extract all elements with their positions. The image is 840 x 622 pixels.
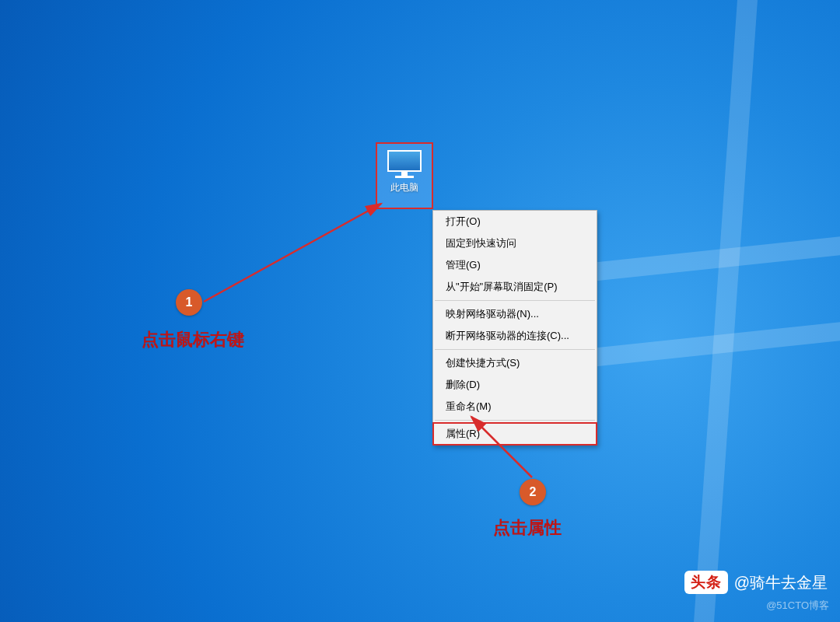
- svg-line-0: [204, 204, 381, 302]
- menu-item-open[interactable]: 打开(O): [433, 211, 597, 232]
- annotation-arrows: [0, 0, 840, 622]
- menu-separator: [435, 349, 595, 350]
- windows-logo-background: [560, 0, 840, 622]
- annotation-badge-2: 2: [520, 479, 546, 505]
- cto-watermark: @51CTO博客: [766, 599, 829, 613]
- annotation-text-2: 点击属性: [493, 516, 562, 540]
- this-pc-label: 此电脑: [377, 181, 432, 194]
- menu-separator: [435, 300, 595, 301]
- menu-item-unpin-start[interactable]: 从"开始"屏幕取消固定(P): [433, 276, 597, 298]
- this-pc-icon[interactable]: 此电脑: [376, 143, 432, 208]
- toutiao-author: @骑牛去金星: [734, 572, 828, 593]
- menu-item-manage[interactable]: 管理(G): [433, 254, 597, 276]
- menu-item-delete[interactable]: 删除(D): [433, 374, 597, 396]
- annotation-badge-1: 1: [176, 289, 202, 316]
- menu-item-rename[interactable]: 重命名(M): [433, 396, 597, 418]
- menu-item-pin-quick-access[interactable]: 固定到快速访问: [433, 232, 597, 254]
- context-menu: 打开(O) 固定到快速访问 管理(G) 从"开始"屏幕取消固定(P) 映射网络驱…: [432, 210, 597, 446]
- menu-separator: [435, 420, 595, 421]
- computer-icon: [387, 150, 422, 178]
- toutiao-logo: 头条: [684, 571, 728, 594]
- annotation-text-1: 点击鼠标右键: [142, 328, 244, 351]
- menu-item-map-drive[interactable]: 映射网络驱动器(N)...: [433, 303, 597, 325]
- menu-item-create-shortcut[interactable]: 创建快捷方式(S): [433, 352, 597, 374]
- menu-item-disconnect-drive[interactable]: 断开网络驱动器的连接(C)...: [433, 325, 597, 347]
- toutiao-watermark: 头条 @骑牛去金星: [684, 571, 828, 594]
- menu-item-properties[interactable]: 属性(R): [433, 423, 597, 445]
